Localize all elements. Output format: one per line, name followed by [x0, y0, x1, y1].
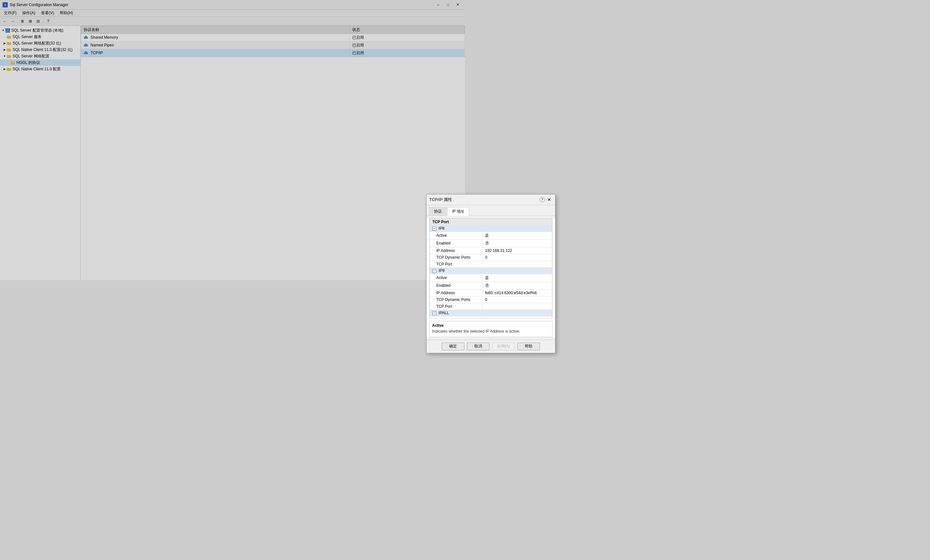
- scroll-header: TCP Port: [430, 219, 465, 225]
- property-scroll[interactable]: TCP Port − IP8 Active 是: [429, 218, 465, 280]
- group-toggle-ip8[interactable]: −: [433, 227, 436, 231]
- dialog-tabs: 协议 IP 地址: [427, 205, 465, 216]
- scroll-header-row: TCP Port: [430, 219, 465, 225]
- modal-overlay: TCP/IP 属性 ? ✕ 协议 IP 地址 TCP Port: [0, 0, 465, 280]
- property-table: TCP Port − IP8 Active 是: [430, 219, 465, 280]
- tab-protocol[interactable]: 协议: [429, 207, 447, 215]
- prop-key-ip9-active: Active: [430, 274, 465, 280]
- prop-row-ip9-active[interactable]: Active 是: [430, 274, 465, 280]
- dialog-content: TCP Port − IP8 Active 是: [427, 218, 465, 280]
- prop-key-ip8-dynports: TCP Dynamic Ports: [430, 254, 465, 261]
- group-header-ip9[interactable]: − IP9: [430, 267, 465, 274]
- group-header-ip8[interactable]: − IP8: [430, 225, 465, 232]
- prop-row-ip8-enabled[interactable]: Enabled 否: [430, 239, 465, 247]
- prop-key-ip8-active: Active: [430, 232, 465, 239]
- dialog-title: TCP/IP 属性: [429, 197, 452, 203]
- prop-row-ip8-port[interactable]: TCP Port: [430, 261, 465, 267]
- prop-row-ip8-dynports[interactable]: TCP Dynamic Ports 0: [430, 254, 465, 261]
- prop-row-ip8-address[interactable]: IP Address 192.168.31.122: [430, 247, 465, 254]
- group-label-ip8: IP8: [439, 226, 444, 231]
- tcpip-properties-dialog: TCP/IP 属性 ? ✕ 协议 IP 地址 TCP Port: [426, 194, 465, 280]
- group-toggle-ip9[interactable]: −: [433, 269, 436, 273]
- group-label-ip9: IP9: [439, 268, 444, 273]
- tab-ipaddress[interactable]: IP 地址: [447, 207, 465, 216]
- dialog-title-bar: TCP/IP 属性 ? ✕: [427, 195, 465, 205]
- prop-row-ip8-active[interactable]: Active 是: [430, 232, 465, 239]
- prop-key-ip8-port: TCP Port: [430, 261, 465, 267]
- prop-key-ip8-address: IP Address: [430, 247, 465, 254]
- prop-key-ip8-enabled: Enabled: [430, 239, 465, 247]
